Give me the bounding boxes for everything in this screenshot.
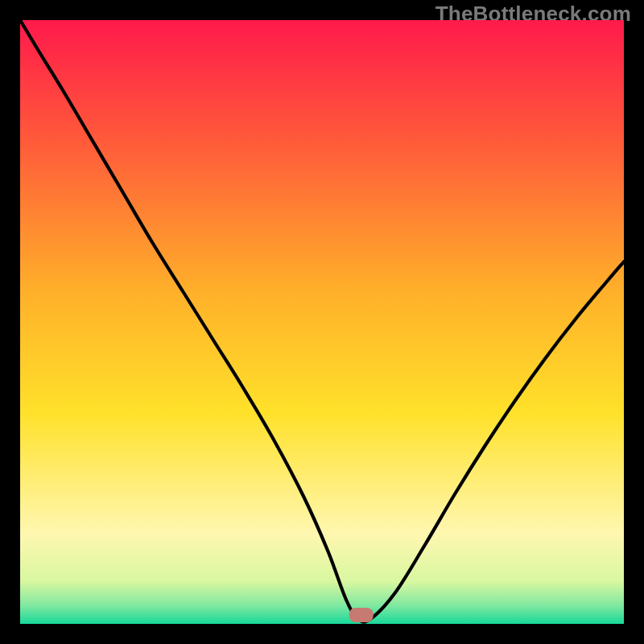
chart-svg	[20, 20, 624, 624]
optimum-marker	[349, 608, 374, 622]
chart-container: TheBottleneck.com	[0, 0, 644, 644]
bottleneck-chart	[20, 20, 624, 624]
